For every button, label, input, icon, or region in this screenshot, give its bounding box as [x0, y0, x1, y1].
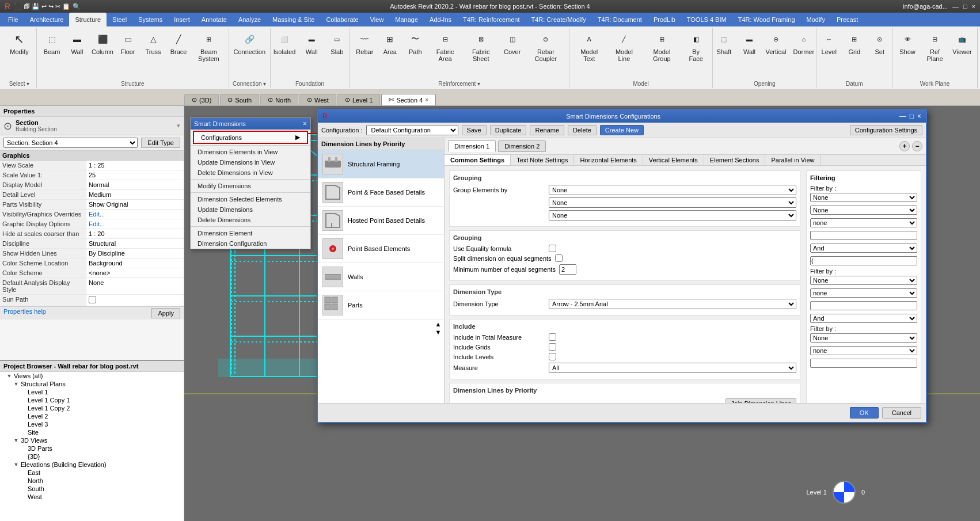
filter-text-3[interactable] [810, 359, 917, 368]
dim-tab-2[interactable]: Dimension 2 [498, 140, 546, 152]
prop-value-viewscale[interactable]: 1 : 25 [86, 161, 184, 170]
tab-collaborate[interactable]: Collaborate [320, 13, 364, 26]
tab-t4r-create[interactable]: T4R: Create/Modify [525, 13, 591, 26]
model-group-btn[interactable]: ⊞ Model Group [643, 29, 681, 63]
brace-btn[interactable]: ╱ Brace [167, 29, 190, 56]
tab-t4r-reinf[interactable]: T4R: Reinforcement [457, 13, 525, 26]
prop-value-graphicdisp[interactable]: Edit... [86, 219, 184, 229]
tab-annotate[interactable]: Annotate [196, 13, 233, 26]
tab-structure[interactable]: Structure [69, 13, 107, 26]
tab-tools4bim[interactable]: TOOLS 4 BIM [681, 13, 732, 26]
fabric-area-btn[interactable]: ⊟ Fabric Area [429, 29, 461, 63]
tab-steel[interactable]: Steel [107, 13, 132, 26]
set-btn[interactable]: ⊙ Set [868, 29, 891, 56]
tree-3d-parts[interactable]: 3D Parts [0, 444, 184, 452]
scroll-down-arrow[interactable]: ▼ [435, 329, 442, 336]
connection-btn[interactable]: 🔗 Connection [231, 29, 268, 56]
prop-value-hiddenlines[interactable]: By Discipline [86, 249, 184, 258]
tab-precast[interactable]: Precast [831, 13, 864, 26]
prop-value-scalevalue[interactable]: 25 [86, 170, 184, 180]
prop-value-partsvis[interactable]: Show Original [86, 200, 184, 209]
tree-level3[interactable]: Level 3 [0, 420, 184, 428]
shaft-btn[interactable]: ⬚ Shaft [712, 29, 735, 56]
tree-level1-copy2[interactable]: Level 1 Copy 2 [0, 404, 184, 412]
popup-dim-element[interactable]: Dimension Element [191, 228, 310, 238]
column-btn[interactable]: ⬛ Column [91, 29, 114, 56]
filter-andor-1-select[interactable]: And Or [810, 244, 917, 253]
sunpath-checkbox[interactable] [89, 296, 96, 303]
opening-wall-btn[interactable]: ▬ Wall [738, 29, 761, 56]
tree-north[interactable]: North [0, 477, 184, 485]
floor-btn[interactable]: ▭ Floor [116, 29, 139, 56]
tab-architecture[interactable]: Architecture [24, 13, 70, 26]
vertical-btn[interactable]: ⊝ Vertical [763, 29, 788, 56]
fabric-sheet-btn[interactable]: ⊠ Fabric Sheet [464, 29, 499, 63]
level-btn[interactable]: ↔ Level [818, 29, 841, 56]
tab-t4r-doc[interactable]: T4R: Document [592, 13, 648, 26]
filter-text-1[interactable] [810, 231, 917, 240]
config-win-min[interactable]: — [899, 112, 906, 120]
tab-manage[interactable]: Manage [389, 13, 424, 26]
prop-value-hidecoarser[interactable]: 1 : 20 [86, 229, 184, 238]
filter-by-6-select[interactable]: None [810, 333, 917, 343]
dim-hosted-point[interactable]: Hosted Point Based Details [318, 207, 444, 235]
tree-west[interactable]: West [0, 493, 184, 501]
window-max[interactable]: □ [963, 3, 967, 10]
prop-value-vgoverrides[interactable]: Edit... [86, 210, 184, 219]
area-btn[interactable]: ⊞ Area [378, 29, 401, 56]
dim-tab-1[interactable]: Dimension 1 [448, 140, 496, 152]
tab-modify[interactable]: Modify [801, 13, 831, 26]
prop-value-detaillevel[interactable]: Medium [86, 190, 184, 199]
prop-value-colorscheme[interactable]: <none> [86, 268, 184, 277]
dim-type-select[interactable]: Arrow - 2.5mm Arial [549, 299, 796, 309]
include-levels-checkbox[interactable] [549, 353, 556, 360]
filter-by-1-select[interactable]: None [810, 193, 917, 202]
window-close[interactable]: × [972, 3, 975, 10]
rebar-coupler-btn[interactable]: ⊜ Rebar Coupler [526, 29, 565, 63]
tab-massing[interactable]: Massing & Site [267, 13, 320, 26]
smart-dim-popup-close[interactable]: × [303, 120, 307, 128]
popup-dim-elements[interactable]: Dimension Elements in View [191, 147, 310, 157]
dim-walls[interactable]: Walls [318, 263, 444, 291]
prop-value-sunpath[interactable] [86, 295, 184, 306]
include-grids-checkbox[interactable] [549, 343, 556, 351]
model-text-btn[interactable]: A Model Text [573, 29, 605, 63]
tree-level1-copy1[interactable]: Level 1 Copy 1 [0, 396, 184, 404]
truss-btn[interactable]: △ Truss [142, 29, 165, 56]
tab-addins[interactable]: Add-Ins [424, 13, 457, 26]
config-select[interactable]: Default Configuration [366, 125, 458, 135]
scroll-up-arrow[interactable]: ▲ [435, 321, 442, 328]
foundation-wall-btn[interactable]: ▬ Wall [300, 29, 323, 56]
dormer-btn[interactable]: ⌂ Dormer [791, 29, 816, 56]
ref-plane-btn[interactable]: ⊟ Ref Plane [921, 29, 948, 63]
tree-level2[interactable]: Level 2 [0, 412, 184, 420]
config-tab-horiz[interactable]: Horizontal Elements [574, 155, 643, 165]
split-dim-checkbox[interactable] [555, 254, 563, 262]
tree-site[interactable]: Site [0, 428, 184, 436]
tree-south[interactable]: South [0, 485, 184, 493]
tree-structural-plans[interactable]: ▼ Structural Plans [0, 380, 184, 388]
tree-level1[interactable]: Level 1 [0, 388, 184, 396]
config-tab-textnote[interactable]: Text Note Settings [511, 155, 574, 165]
show-btn[interactable]: 👁 Show [896, 29, 919, 56]
tree-3d[interactable]: {3D} [0, 452, 184, 461]
cover-btn[interactable]: ◫ Cover [501, 29, 524, 56]
config-win-max[interactable]: □ [910, 112, 914, 120]
prop-value-defaultanalysis[interactable]: None [86, 278, 184, 294]
view-tab-north[interactable]: ⊙ North [260, 94, 298, 105]
view-tab-section4-close[interactable]: × [425, 97, 428, 103]
dim-point-elements[interactable]: Point Based Elements [318, 235, 444, 263]
type-selector-select[interactable]: Section: Section 4 [3, 138, 138, 148]
viewer-btn[interactable]: 📺 Viewer [951, 29, 974, 56]
filter-by-2-select[interactable]: None [810, 206, 917, 215]
window-min[interactable]: — [952, 3, 959, 10]
equality-checkbox[interactable] [549, 245, 556, 252]
beam-btn[interactable]: ⬚ Beam [40, 29, 63, 56]
save-btn[interactable]: Save [462, 125, 487, 135]
duplicate-btn[interactable]: Duplicate [490, 125, 527, 135]
create-new-btn[interactable]: Create New [600, 125, 644, 135]
model-line-btn[interactable]: ╱ Model Line [607, 29, 640, 63]
tree-elevations[interactable]: ▼ Elevations (Building Elevation) [0, 461, 184, 469]
config-win-close[interactable]: × [917, 112, 921, 120]
rename-btn[interactable]: Rename [530, 125, 564, 135]
